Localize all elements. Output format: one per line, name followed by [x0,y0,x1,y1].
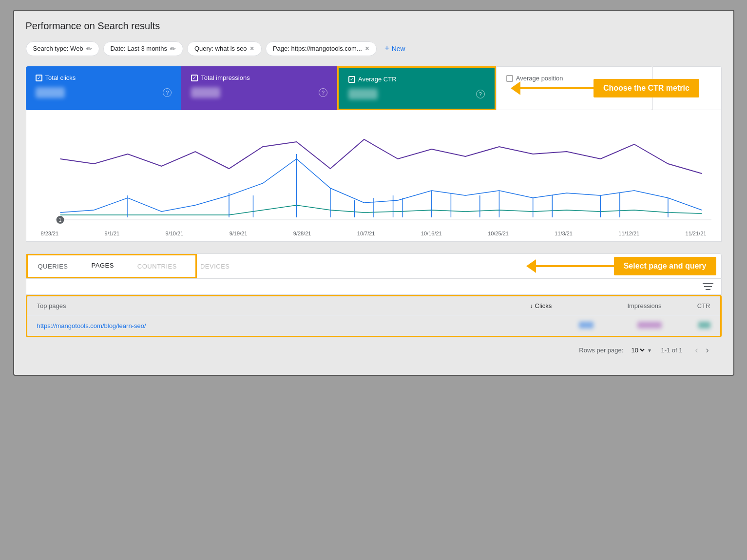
col-header-ctr[interactable]: CTR [662,302,710,309]
filter-chip-label: Query: what is seo [194,45,247,52]
performance-chart: 1 [36,120,711,227]
average-ctr-checkbox[interactable] [348,76,355,83]
edit-icon: ✏ [170,45,176,53]
filter-icon [703,283,713,290]
metric-card-total-clicks[interactable]: Total clicks ? [26,66,182,110]
page-title: Performance on Search results [26,20,722,32]
rows-per-page-select[interactable]: 10 25 50 ▾ [629,346,651,354]
x-label-9: 11/12/21 [618,231,639,236]
metrics-row: Total clicks ? Total impressions ? [26,66,722,110]
x-label-0: 8/23/21 [41,231,59,236]
x-label-3: 9/19/21 [230,231,248,236]
rows-select[interactable]: 10 25 50 [629,346,646,354]
metric-card-total-impressions[interactable]: Total impressions ? [181,66,337,110]
table-row: https://mangotools.com/blog/learn-seo/ [27,316,720,336]
table-header: Top pages ↓ Clicks Impressions CTR [27,296,720,316]
average-position-value [506,88,536,98]
table-cell-impressions [594,322,662,330]
chart-container: 1 8/23/21 9/1/21 9/10/21 9/19/21 9/28/21… [26,110,722,242]
close-icon[interactable]: × [365,45,369,53]
tabs-section: QUERIES PAGES COUNTRIES DEVICES Select p… [26,253,722,279]
filter-chip-label: Search type: Web [33,45,83,52]
main-container: Performance on Search results Search typ… [13,10,734,376]
pagination-row: Rows per page: 10 25 50 ▾ 1-1 of 1 ‹ › [26,337,722,363]
new-filter-label: New [392,45,405,53]
prev-page-button[interactable]: ‹ [692,343,701,357]
close-icon[interactable]: × [250,45,254,53]
filter-icon-row [26,279,722,295]
total-impressions-help[interactable]: ? [319,88,327,97]
tab-pages[interactable]: PAGES [80,254,126,278]
tab-devices[interactable]: DEVICES [189,255,242,278]
filter-chip-search-type[interactable]: Search type: Web ✏ [26,41,99,56]
next-page-button[interactable]: › [703,343,712,357]
ctr-value-blur [698,322,710,328]
average-ctr-value [348,89,378,99]
tabs-annotation: Select page and query [526,257,716,275]
impressions-value-blur [637,322,662,328]
average-ctr-label: Average CTR [358,76,397,83]
svg-text:1: 1 [58,217,61,223]
rows-per-page-label: Rows per page: [579,347,623,354]
total-impressions-label: Total impressions [201,74,249,81]
filter-icon-button[interactable] [703,283,713,290]
total-impressions-value [191,87,220,98]
x-label-6: 10/16/21 [421,231,442,236]
x-label-5: 10/7/21 [357,231,375,236]
plus-icon: + [384,43,390,54]
filter-chip-query[interactable]: Query: what is seo × [187,41,262,56]
x-label-8: 11/3/21 [555,231,573,236]
col-header-impressions[interactable]: Impressions [594,302,662,309]
average-ctr-help[interactable]: ? [476,90,485,98]
pagination-nav: ‹ › [692,343,712,357]
table-cell-clicks [530,322,594,330]
average-position-label: Average position [516,75,563,82]
col-header-page: Top pages [37,302,530,309]
dropdown-icon: ▾ [648,347,651,354]
average-position-checkbox[interactable] [506,75,513,82]
filter-chip-label: Date: Last 3 months [111,45,167,52]
tab-countries[interactable]: COUNTRIES [126,255,189,278]
table-section: Top pages ↓ Clicks Impressions CTR https… [26,295,722,337]
chart-x-labels: 8/23/21 9/1/21 9/10/21 9/19/21 9/28/21 1… [36,231,711,236]
pagination-range: 1-1 of 1 [661,347,682,354]
metric-card-average-ctr[interactable]: Average CTR ? Choose the CTR metric [337,66,496,110]
col-header-clicks[interactable]: ↓ Clicks [530,302,594,309]
table-cell-url: https://mangotools.com/blog/learn-seo/ [37,322,530,329]
x-label-4: 9/28/21 [293,231,311,236]
sort-down-icon: ↓ [530,303,533,309]
total-impressions-checkbox[interactable] [191,75,198,81]
tab-queries[interactable]: QUERIES [26,255,80,278]
table-cell-ctr [662,322,710,330]
filter-bar: Search type: Web ✏ Date: Last 3 months ✏… [26,40,722,57]
filter-chip-page[interactable]: Page: https://mangotools.com... × [266,41,377,56]
page-link[interactable]: https://mangotools.com/blog/learn-seo/ [37,322,146,329]
filter-chip-date[interactable]: Date: Last 3 months ✏ [103,41,183,56]
metric-card-average-position[interactable]: Average position ? [496,66,653,110]
new-filter-button[interactable]: + New [381,40,409,57]
total-clicks-checkbox[interactable] [36,75,42,81]
average-position-help[interactable]: ? [634,89,643,97]
clicks-value-blur [579,322,594,328]
tabs-arrow-shaft [536,265,614,267]
x-label-10: 11/21/21 [686,231,707,236]
x-label-7: 10/25/21 [488,231,509,236]
tabs-annotation-label: Select page and query [614,257,716,275]
total-clicks-value [36,87,65,98]
total-clicks-label: Total clicks [45,74,76,81]
x-label-1: 9/1/21 [105,231,120,236]
filter-chip-label: Page: https://mangotools.com... [273,45,362,52]
tabs-arrow-head [526,259,536,273]
x-label-2: 9/10/21 [166,231,184,236]
edit-icon: ✏ [86,45,92,53]
total-clicks-help[interactable]: ? [163,88,172,97]
